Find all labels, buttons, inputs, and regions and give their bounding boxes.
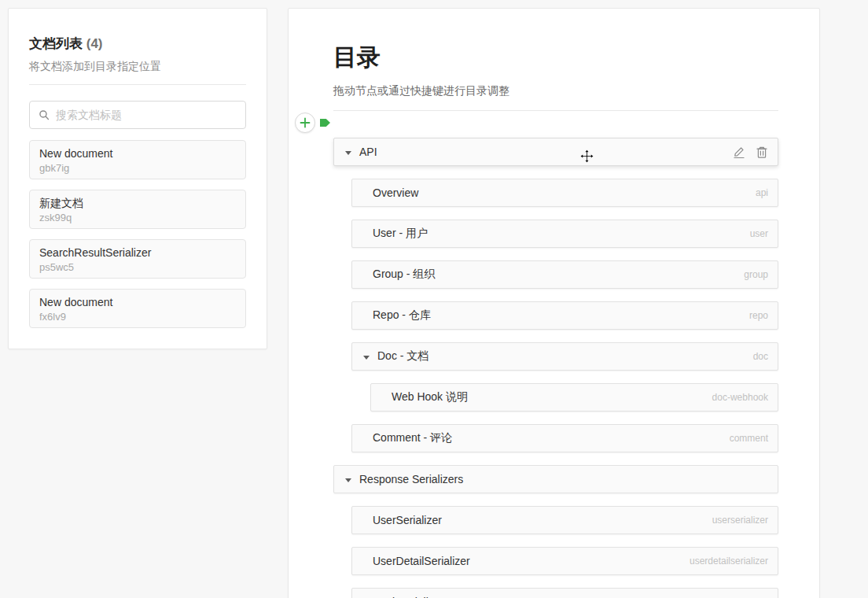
caret-down-icon[interactable] — [345, 151, 351, 155]
toc-node-slug: doc-webhook — [712, 392, 768, 403]
search-icon — [39, 109, 50, 120]
plus-icon — [300, 117, 311, 128]
toc-node-slug: repo — [749, 310, 768, 321]
document-list-title: 文档列表 (4) — [29, 35, 246, 53]
toc-tree-row[interactable]: User - 用户 user — [351, 220, 778, 248]
toc-node-slug: comment — [730, 433, 768, 444]
toc-node-title: Comment - 评论 — [373, 431, 452, 445]
toc-title: 目录 — [333, 43, 778, 72]
toc-node-title: Response Serializers — [359, 473, 463, 485]
toc-node-title: Repo - 仓库 — [373, 308, 431, 323]
toc-node-title: Group - 组织 — [373, 268, 435, 282]
delete-node-button[interactable] — [756, 146, 768, 159]
trash-icon — [756, 146, 768, 159]
toc-node-title: Doc - 文档 — [377, 349, 428, 364]
toc-node-slug: userdetailserializer — [690, 556, 768, 567]
toc-tree-row[interactable]: Web Hook 说明 doc-webhook — [370, 383, 778, 412]
search-box — [29, 101, 246, 129]
add-node-button[interactable] — [295, 113, 315, 133]
toc-tree-row[interactable]: Overview api — [351, 179, 778, 207]
document-card-slug: fx6lv9 — [39, 310, 236, 323]
document-card[interactable]: New document fx6lv9 — [29, 289, 246, 328]
toc-subtitle: 拖动节点或通过快捷键进行目录调整 — [333, 84, 778, 98]
toc-tree-row[interactable]: UserSerializer userserializer — [351, 506, 778, 534]
row-actions — [733, 146, 768, 159]
document-card-slug: gbk7ig — [39, 161, 236, 175]
toc-node-title: Web Hook 说明 — [392, 390, 468, 404]
toc-node-title: UserSerializer — [373, 514, 442, 526]
toc-node-slug: api — [756, 187, 768, 198]
toc-panel: 目录 拖动节点或通过快捷键进行目录调整 API — [288, 8, 820, 598]
toc-node-title: API — [359, 146, 377, 158]
document-card-list: New document gbk7ig 新建文档 zsk99q SearchRe… — [29, 140, 246, 328]
document-card[interactable]: New document gbk7ig — [29, 140, 246, 179]
toc-tree-row[interactable]: Response Serializers — [333, 465, 778, 493]
document-card[interactable]: SearchResultSerializer ps5wc5 — [29, 239, 246, 279]
toc-node-slug: userserializer — [712, 515, 768, 526]
caret-down-icon[interactable] — [363, 356, 370, 360]
toc-tree-row[interactable]: BookSerializer bookserializer — [351, 588, 778, 598]
toc-node-title: User - 用户 — [373, 227, 428, 241]
left-panel-divider — [29, 84, 246, 85]
pencil-icon — [733, 146, 745, 159]
toc-node-title: Overview — [373, 186, 418, 199]
document-card-slug: zsk99q — [39, 211, 236, 224]
toc-tree: API Overview a — [333, 138, 778, 598]
caret-down-icon[interactable] — [345, 478, 351, 482]
search-input[interactable] — [56, 109, 237, 121]
toc-toolbar — [295, 113, 330, 133]
toc-tree-row[interactable]: Doc - 文档 doc — [351, 342, 778, 371]
toc-node-slug: user — [750, 228, 768, 239]
document-list-panel: 文档列表 (4) 将文档添加到目录指定位置 New document gbk7i… — [8, 8, 267, 349]
toc-node-slug: group — [744, 269, 768, 280]
document-card-title: 新建文档 — [39, 195, 236, 211]
document-count: (4) — [86, 36, 103, 51]
toc-tree-row[interactable]: API — [333, 138, 778, 166]
toc-tree-row[interactable]: Group - 组织 group — [351, 260, 778, 289]
toc-divider — [333, 110, 778, 111]
document-card[interactable]: 新建文档 zsk99q — [29, 190, 246, 229]
toc-tree-row[interactable]: UserDetailSerializer userdetailserialize… — [351, 547, 778, 575]
document-card-title: New document — [39, 146, 236, 161]
edit-node-button[interactable] — [733, 146, 745, 159]
toc-node-slug: doc — [753, 351, 768, 362]
document-card-title: New document — [39, 294, 236, 310]
document-card-title: SearchResultSerializer — [39, 245, 236, 260]
toc-tree-row[interactable]: Repo - 仓库 repo — [351, 301, 778, 330]
toc-node-title: UserDetailSerializer — [373, 555, 470, 567]
document-list-subtitle: 将文档添加到目录指定位置 — [29, 59, 246, 73]
document-card-slug: ps5wc5 — [39, 260, 236, 274]
insert-position-marker-icon — [320, 119, 330, 127]
toc-tree-row[interactable]: Comment - 评论 comment — [351, 424, 778, 452]
